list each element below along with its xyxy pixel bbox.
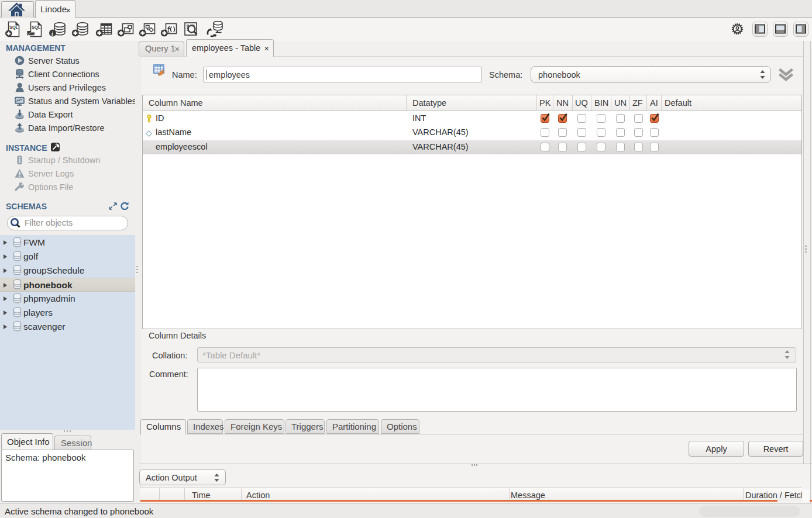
svg-text:i: i	[51, 31, 53, 37]
svg-text:SQL: SQL	[9, 25, 19, 30]
svg-text:SQL: SQL	[32, 25, 41, 30]
